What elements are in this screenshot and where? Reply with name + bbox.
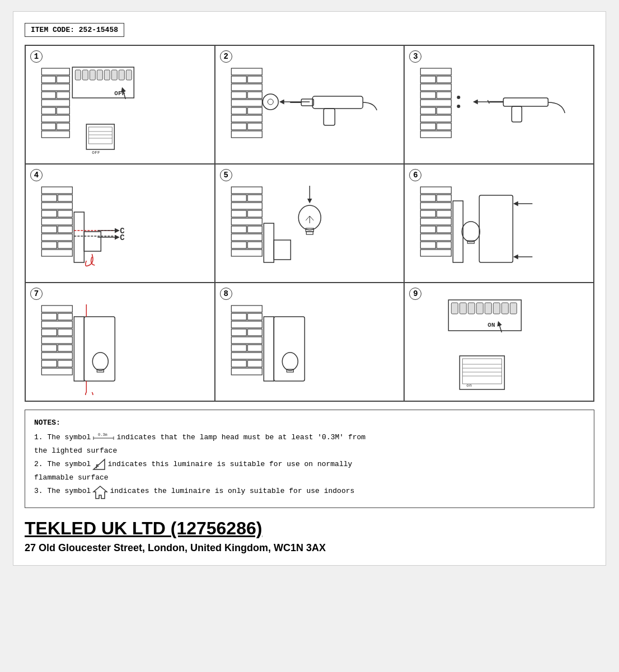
svg-rect-93 — [247, 195, 262, 201]
svg-rect-57 — [421, 107, 436, 114]
svg-rect-137 — [41, 345, 57, 351]
svg-rect-156 — [231, 345, 246, 351]
company-name: TEKLED UK LTD (12756286) — [25, 518, 594, 539]
svg-rect-117 — [421, 218, 452, 225]
svg-rect-134 — [41, 329, 57, 336]
svg-rect-21 — [126, 70, 132, 80]
svg-rect-9 — [41, 115, 69, 122]
svg-rect-62 — [421, 131, 452, 138]
svg-rect-143 — [74, 317, 84, 381]
svg-rect-18 — [104, 70, 110, 80]
step-number-7: 7 — [30, 288, 43, 300]
svg-rect-91 — [231, 187, 262, 194]
svg-text:0.3m: 0.3m — [98, 433, 107, 437]
svg-rect-155 — [231, 337, 262, 344]
step-6: 6 — [404, 164, 594, 283]
svg-rect-141 — [58, 360, 72, 367]
svg-rect-118 — [421, 226, 436, 233]
svg-rect-40 — [231, 123, 246, 130]
svg-rect-35 — [247, 92, 262, 98]
svg-point-43 — [262, 94, 278, 110]
svg-rect-149 — [231, 306, 262, 312]
svg-marker-190 — [93, 486, 107, 499]
svg-rect-11 — [57, 123, 69, 130]
step-4-svg: C C — [31, 170, 209, 276]
notes-title: NOTES: — [34, 417, 585, 429]
svg-rect-38 — [247, 107, 262, 114]
svg-rect-78 — [58, 226, 72, 233]
svg-rect-138 — [58, 345, 72, 351]
svg-rect-114 — [421, 203, 452, 209]
svg-rect-152 — [231, 321, 262, 328]
step-number-2: 2 — [220, 50, 232, 63]
svg-rect-113 — [437, 195, 452, 201]
svg-point-64 — [457, 105, 461, 108]
svg-text:on: on — [467, 383, 472, 388]
svg-rect-170 — [477, 303, 484, 314]
svg-rect-79 — [41, 234, 72, 241]
note-2-text-cont: flammable surface — [34, 472, 109, 484]
svg-rect-80 — [41, 242, 57, 248]
svg-rect-111 — [421, 187, 452, 194]
svg-rect-0 — [41, 68, 69, 75]
svg-rect-92 — [231, 195, 246, 201]
svg-rect-158 — [231, 353, 262, 359]
svg-rect-54 — [421, 92, 436, 98]
step-number-5: 5 — [220, 169, 232, 181]
svg-rect-159 — [231, 360, 246, 367]
note-3-text-prefix: 3. The symbol — [34, 485, 91, 497]
svg-rect-160 — [247, 360, 262, 367]
svg-rect-101 — [231, 242, 246, 248]
svg-rect-163 — [274, 317, 304, 381]
svg-rect-82 — [41, 250, 72, 256]
svg-rect-133 — [41, 321, 72, 328]
svg-rect-171 — [485, 303, 492, 314]
note-3-text: indicates the luminaire is only suitable… — [110, 485, 354, 497]
item-code: ITEM CODE: 252-15458 — [25, 23, 124, 37]
svg-rect-10 — [41, 123, 55, 130]
step-5-svg — [221, 170, 398, 276]
distance-symbol: 0.3m — [92, 431, 115, 441]
svg-rect-66 — [504, 98, 548, 106]
svg-rect-20 — [119, 70, 124, 80]
step-7: 7 — [25, 283, 215, 401]
svg-rect-151 — [247, 313, 262, 320]
svg-rect-74 — [41, 210, 57, 217]
svg-rect-169 — [468, 303, 475, 314]
svg-rect-16 — [90, 70, 95, 80]
step-7-svg — [31, 289, 209, 395]
svg-rect-83 — [74, 212, 84, 262]
note-1-text: indicates that the lamp head must be at … — [116, 431, 365, 444]
svg-rect-48 — [301, 99, 313, 106]
svg-rect-53 — [421, 84, 452, 91]
svg-rect-47 — [323, 109, 335, 125]
svg-rect-168 — [460, 303, 467, 314]
svg-rect-24 — [86, 124, 114, 149]
svg-rect-71 — [41, 195, 57, 201]
svg-rect-30 — [231, 68, 262, 75]
svg-rect-42 — [231, 131, 262, 138]
note-1-text-cont: the lighted surface — [34, 445, 117, 457]
svg-rect-136 — [41, 337, 72, 344]
svg-rect-94 — [231, 203, 262, 209]
svg-rect-167 — [452, 303, 458, 314]
svg-rect-52 — [437, 76, 452, 83]
svg-rect-150 — [231, 313, 246, 320]
svg-rect-67 — [512, 106, 522, 122]
notes-line-1b: the lighted surface — [34, 445, 585, 457]
svg-rect-75 — [58, 210, 72, 217]
svg-rect-102 — [247, 242, 262, 248]
svg-rect-140 — [41, 360, 57, 367]
step-4: 4 — [25, 164, 215, 283]
svg-rect-96 — [247, 210, 262, 217]
note-1-text-prefix: 1. The symbol — [34, 431, 91, 444]
indoors-symbol — [92, 485, 108, 500]
svg-rect-97 — [231, 218, 262, 225]
svg-rect-31 — [231, 76, 246, 83]
svg-text:OFF: OFF — [92, 150, 100, 155]
page: ITEM CODE: 252-15458 1 — [13, 11, 606, 566]
svg-rect-162 — [264, 317, 274, 381]
svg-point-63 — [457, 96, 461, 99]
svg-rect-157 — [247, 345, 262, 351]
svg-rect-112 — [421, 195, 436, 201]
